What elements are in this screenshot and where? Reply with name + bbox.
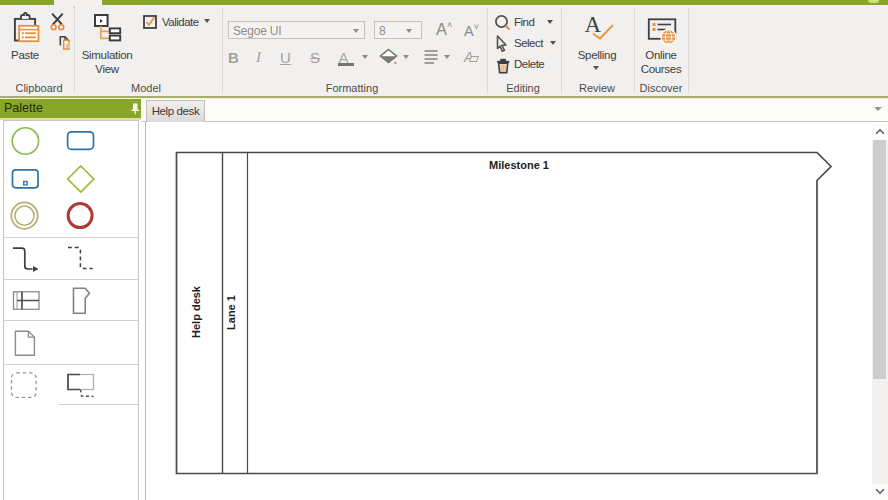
svg-text:Milestone 1: Milestone 1 xyxy=(489,159,549,171)
svg-text:Lane 1: Lane 1 xyxy=(225,295,237,330)
svg-text:Help desk: Help desk xyxy=(190,285,202,338)
